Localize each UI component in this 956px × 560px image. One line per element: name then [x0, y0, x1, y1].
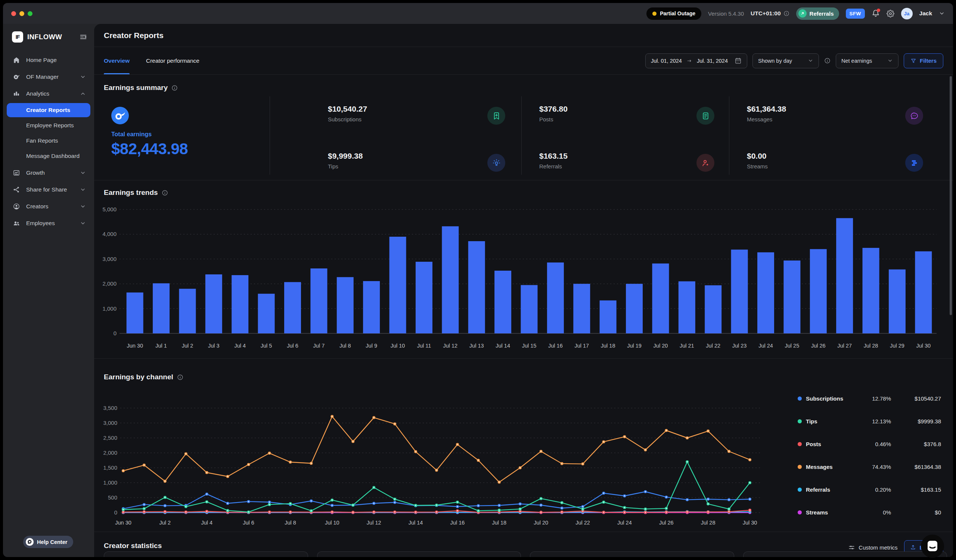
earnings-by-channel-section: Earnings by channel 05001,0001,5002,0002…	[94, 359, 953, 532]
sidebar-item-creators[interactable]: Creators	[7, 198, 90, 215]
line-x-label: Jul 2	[159, 520, 171, 525]
shown-by-select[interactable]: Shown by day	[753, 53, 819, 68]
bar-jul-1[interactable]	[153, 283, 170, 333]
stat-card[interactable]	[743, 551, 947, 557]
bar-jul-2[interactable]	[179, 289, 196, 333]
bar-jul-23[interactable]	[731, 250, 748, 333]
bar-jul-26[interactable]	[810, 249, 827, 333]
bar-jul-29[interactable]	[889, 270, 906, 333]
metric-select[interactable]: Net earnings	[836, 53, 898, 68]
bar-jul-7[interactable]	[310, 268, 327, 333]
bar-jul-18[interactable]	[600, 301, 616, 333]
stat-card[interactable]	[317, 551, 521, 557]
bar-jul-17[interactable]	[573, 284, 590, 333]
legend-row-tips[interactable]: Tips12.13%$9999.38	[798, 410, 941, 433]
bar-jun-30[interactable]	[127, 292, 143, 333]
stat-card[interactable]	[530, 551, 734, 557]
bar-jul-8[interactable]	[337, 277, 354, 333]
info-icon[interactable]	[824, 58, 830, 64]
line-x-label: Jul 26	[659, 520, 674, 525]
bar-jul-28[interactable]	[863, 248, 879, 333]
line-x-label: Jul 4	[201, 520, 212, 525]
summary-tile-streams: $0.00Streams	[747, 152, 768, 169]
bar-jul-6[interactable]	[284, 282, 301, 333]
legend-row-referrals[interactable]: Referrals0.20%$163.15	[798, 478, 941, 501]
sidebar-item-analytics[interactable]: Analytics	[7, 85, 90, 102]
sidebar-item-creator-reports[interactable]: Creator Reports	[7, 103, 90, 117]
bar-jul-22[interactable]	[705, 285, 722, 333]
user-menu-chevron-down-icon[interactable]	[939, 11, 945, 16]
legend-row-messages[interactable]: Messages74.43%$61364.38	[798, 455, 941, 478]
notifications-bell-icon[interactable]	[872, 9, 880, 17]
bar-jul-14[interactable]	[494, 271, 511, 333]
tab-creator-performance[interactable]: Creator performance	[146, 47, 200, 74]
bar-jul-9[interactable]	[363, 281, 380, 333]
sidebar-item-growth[interactable]: Growth	[7, 164, 90, 181]
collapse-sidebar-icon[interactable]	[79, 33, 87, 41]
sidebar-item-fan-reports[interactable]: Fan Reports	[7, 134, 90, 148]
bar-jul-27[interactable]	[836, 218, 853, 333]
sidebar-item-employees[interactable]: Employees	[7, 215, 90, 231]
info-icon[interactable]	[171, 85, 178, 91]
bar-jul-10[interactable]	[390, 237, 406, 333]
chevron-down-icon	[80, 220, 86, 226]
bar-jul-24[interactable]	[757, 253, 774, 333]
bar-jul-5[interactable]	[258, 294, 275, 333]
sidebar-item-of-manager[interactable]: OF Manager	[7, 68, 90, 85]
bar-jul-11[interactable]	[416, 262, 432, 333]
bar-jul-3[interactable]	[205, 275, 222, 333]
info-icon[interactable]	[162, 190, 168, 196]
legend-row-streams[interactable]: Streams0%$0	[798, 501, 941, 524]
tab-overview[interactable]: Overview	[104, 47, 130, 74]
tile-value: $10,540.27	[328, 105, 367, 113]
line-x-label: Jul 20	[534, 520, 548, 525]
scrollbar-thumb[interactable]	[950, 76, 952, 315]
sidebar-item-message-dashboard[interactable]: Message Dashboard	[7, 149, 90, 163]
bar-jul-19[interactable]	[626, 284, 643, 333]
referrals-button[interactable]: Referrals	[796, 8, 839, 20]
chevron-down-icon	[808, 58, 813, 63]
svg-text:3,500: 3,500	[103, 405, 117, 411]
custom-metrics-button[interactable]: Custom metrics	[848, 544, 897, 551]
line-series-messages	[123, 416, 750, 482]
bar-x-label: Jul 22	[706, 343, 720, 349]
bar-jul-30[interactable]	[915, 251, 932, 333]
status-badge[interactable]: Partial Outage	[646, 8, 701, 20]
legend-row-subscriptions[interactable]: Subscriptions12.78%$10540.27	[798, 387, 941, 410]
sidebar-item-label: Employees	[26, 220, 55, 227]
stat-card[interactable]	[104, 551, 308, 557]
date-range-picker[interactable]: Jul. 01, 2024 Jul. 31, 2024	[645, 53, 747, 68]
svg-text:1,000: 1,000	[103, 479, 117, 486]
bar-jul-4[interactable]	[231, 275, 248, 333]
user-avatar[interactable]: Ja	[901, 8, 913, 19]
minimize-window-button[interactable]	[19, 11, 24, 16]
summary-tile-tips: $9,999.38Tips	[328, 152, 363, 169]
bar-jul-13[interactable]	[468, 241, 485, 333]
sidebar-item-label: Growth	[26, 169, 45, 176]
sidebar-item-share-for-share[interactable]: Share for Share	[7, 181, 90, 198]
sfw-toggle[interactable]: SFW	[846, 9, 865, 19]
bar-jul-20[interactable]	[652, 264, 669, 333]
info-icon[interactable]	[783, 11, 789, 16]
settings-gear-icon[interactable]	[887, 10, 895, 17]
sidebar-item-employee-reports[interactable]: Employee Reports	[7, 118, 90, 133]
bar-jul-16[interactable]	[547, 262, 564, 333]
chat-widget-button[interactable]	[921, 535, 944, 558]
line-x-label: Jun 30	[115, 520, 131, 525]
sidebar-item-home-page[interactable]: Home Page	[7, 52, 90, 68]
legend-row-posts[interactable]: Posts0.46%$376.8	[798, 433, 941, 455]
bar-x-label: Jul 27	[837, 343, 852, 349]
bar-jul-25[interactable]	[783, 260, 800, 333]
close-window-button[interactable]	[11, 11, 16, 16]
zoom-window-button[interactable]	[28, 11, 33, 16]
bar-jul-12[interactable]	[442, 226, 459, 333]
filters-button[interactable]: Filters	[904, 53, 943, 68]
help-center-button[interactable]: Help Center	[23, 536, 73, 548]
date-from: Jul. 01, 2024	[651, 58, 682, 64]
earnings-trends-title: Earnings trends	[104, 188, 158, 197]
bar-jul-15[interactable]	[521, 285, 538, 333]
info-icon[interactable]	[177, 374, 183, 380]
bar-jul-21[interactable]	[679, 281, 695, 333]
bar-x-label: Jul 15	[522, 343, 537, 349]
line-x-label: Jul 24	[617, 520, 632, 525]
